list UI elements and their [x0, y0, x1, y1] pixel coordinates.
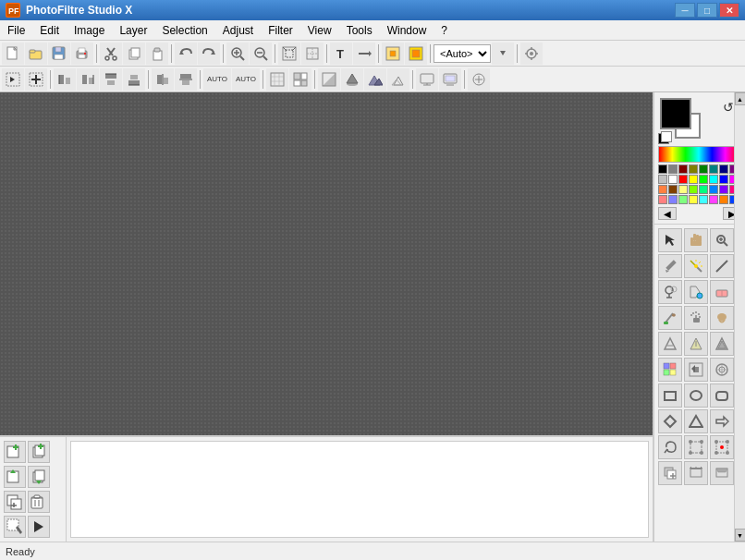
menu-selection[interactable]: Selection: [154, 20, 214, 40]
menu-image[interactable]: Image: [67, 20, 112, 40]
menu-view[interactable]: View: [300, 20, 339, 40]
tb-grid[interactable]: [382, 43, 404, 65]
palette-bright-yellow[interactable]: [689, 195, 698, 204]
tool-mosaic[interactable]: [658, 358, 682, 382]
tb2-shadow[interactable]: [341, 68, 363, 91]
tb-save[interactable]: [48, 43, 70, 65]
tb-zoom-in[interactable]: [226, 43, 249, 65]
tb-resize[interactable]: [278, 43, 300, 65]
tool-sharpen[interactable]: [710, 332, 734, 356]
maximize-button[interactable]: □: [697, 3, 717, 18]
scroll-down-btn[interactable]: ▼: [735, 529, 746, 542]
palette-violet[interactable]: [719, 185, 728, 194]
tb2-grid2[interactable]: [289, 68, 311, 91]
menu-edit[interactable]: Edit: [32, 20, 67, 40]
tb-new[interactable]: [2, 43, 24, 65]
tb2-select2[interactable]: [25, 68, 47, 91]
tb2-center-v[interactable]: [175, 68, 197, 91]
tool-smudge[interactable]: [710, 306, 734, 330]
tool-dodge[interactable]: [684, 332, 708, 356]
layer-btn-duplicate[interactable]: [28, 441, 50, 463]
tb2-extra[interactable]: [468, 68, 490, 91]
tool-zoom[interactable]: [710, 228, 734, 252]
minimize-button[interactable]: ─: [675, 3, 695, 18]
palette-light-yellow[interactable]: [678, 185, 688, 194]
layer-btn-move-down[interactable]: [28, 466, 50, 488]
tb2-auto2[interactable]: AUTO: [232, 68, 260, 91]
tool-ellipse[interactable]: [684, 383, 708, 408]
tool-diamond[interactable]: [658, 409, 682, 433]
palette-spring[interactable]: [699, 185, 708, 194]
palette-white[interactable]: [668, 175, 678, 184]
tb-dropdown-arrow[interactable]: [492, 43, 514, 65]
tb-yellow[interactable]: [405, 43, 427, 65]
tb-undo[interactable]: [175, 43, 197, 65]
canvas-area[interactable]: [0, 92, 653, 435]
palette-teal[interactable]: [709, 164, 718, 174]
tb-text[interactable]: T: [330, 43, 352, 65]
tool-select-arrow[interactable]: [658, 228, 682, 252]
tb2-grid1[interactable]: [266, 68, 288, 91]
palette-navy[interactable]: [719, 164, 728, 174]
tool-eraser[interactable]: [710, 280, 734, 304]
tool-magic-wand[interactable]: [684, 254, 708, 278]
menu-help[interactable]: ?: [434, 20, 455, 40]
tb-paste[interactable]: [146, 43, 168, 65]
palette-yellow[interactable]: [689, 175, 698, 184]
tb2-opacity[interactable]: [318, 68, 340, 91]
tool-rounded-rect[interactable]: [710, 383, 734, 408]
tb-canvas-size[interactable]: [301, 43, 324, 65]
palette-blue[interactable]: [719, 175, 728, 184]
tb-arrow[interactable]: [353, 43, 375, 65]
tool-pattern[interactable]: [710, 358, 734, 382]
tb2-mountain2[interactable]: [387, 68, 409, 91]
tb2-align3[interactable]: [100, 68, 122, 91]
menu-layer[interactable]: Layer: [112, 20, 154, 40]
tool-warp[interactable]: [710, 435, 734, 459]
tool-transform1[interactable]: [658, 461, 682, 485]
layer-btn-select[interactable]: [4, 516, 26, 538]
swap-colors-btn[interactable]: ↺: [723, 100, 734, 115]
menu-filter[interactable]: Filter: [261, 20, 300, 40]
tb2-select-all[interactable]: [2, 68, 24, 91]
tool-hand[interactable]: [684, 228, 708, 252]
tb2-mountain[interactable]: [364, 68, 386, 91]
menu-window[interactable]: Window: [380, 20, 434, 40]
tb2-auto1[interactable]: AUTO: [203, 68, 231, 91]
tool-stamp[interactable]: [658, 280, 682, 304]
tool-grid-fill[interactable]: [684, 358, 708, 382]
palette-olive[interactable]: [689, 164, 698, 174]
layer-btn-delete[interactable]: [28, 491, 50, 513]
palette-sky[interactable]: [709, 185, 718, 194]
color-gradient-bar[interactable]: [658, 146, 739, 163]
palette-red[interactable]: [678, 175, 688, 184]
palette-lime[interactable]: [689, 185, 698, 194]
scroll-up-btn[interactable]: ▲: [735, 92, 746, 105]
tool-pencil[interactable]: [658, 254, 682, 278]
tb2-screen2[interactable]: [439, 68, 461, 91]
tb-redo[interactable]: [198, 43, 220, 65]
layer-btn-play[interactable]: [28, 516, 50, 538]
tool-poly-select[interactable]: [684, 435, 708, 459]
palette-light-red[interactable]: [658, 195, 667, 204]
tb-zoom-out[interactable]: [250, 43, 272, 65]
tb-copy[interactable]: [123, 43, 145, 65]
palette-cyan[interactable]: [709, 175, 718, 184]
tb-settings[interactable]: [520, 43, 543, 65]
tool-arrow-shape[interactable]: [710, 409, 734, 433]
tool-lasso[interactable]: [658, 435, 682, 459]
palette-orange[interactable]: [658, 185, 667, 194]
reset-colors-btn[interactable]: [661, 131, 672, 142]
layer-btn-move-up[interactable]: [4, 466, 26, 488]
tb2-align2[interactable]: [77, 68, 99, 91]
layer-list[interactable]: [70, 441, 649, 538]
palette-orchid[interactable]: [709, 195, 718, 204]
tool-triangle[interactable]: [684, 409, 708, 433]
tool-rectangle[interactable]: [658, 383, 682, 408]
tool-line[interactable]: [710, 254, 734, 278]
close-button[interactable]: ✕: [719, 3, 739, 18]
palette-silver[interactable]: [658, 175, 667, 184]
palette-black[interactable]: [658, 164, 667, 174]
tb-cut[interactable]: [100, 43, 122, 65]
palette-periwinkle[interactable]: [668, 195, 678, 204]
